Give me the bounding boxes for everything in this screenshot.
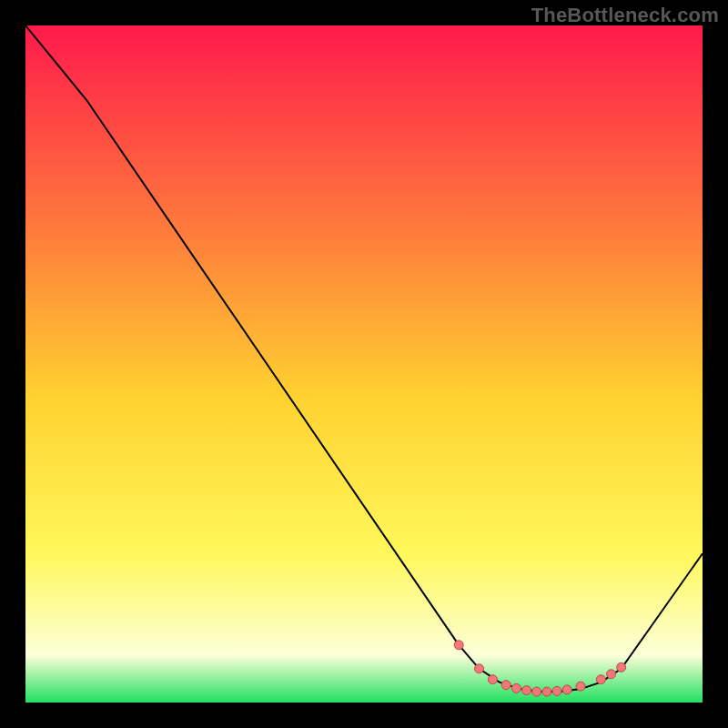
marker-dot [501, 681, 511, 690]
marker-dot [511, 683, 521, 693]
marker-dot [475, 664, 484, 673]
marker-dot [576, 682, 585, 691]
chart-frame: TheBottleneck.com [0, 0, 728, 728]
plot-area [25, 25, 703, 703]
marker-dot [596, 675, 605, 684]
marker-dot [454, 641, 463, 650]
marker-dot [617, 662, 626, 672]
marker-dot [532, 687, 541, 696]
marker-dot [607, 670, 616, 679]
marker-dot [522, 686, 531, 695]
marker-dot [562, 685, 571, 694]
watermark-text: TheBottleneck.com [531, 4, 719, 27]
marker-dot [552, 686, 561, 695]
marker-dot [488, 675, 497, 684]
marker-dot [542, 687, 551, 696]
chart-svg [25, 25, 703, 703]
gradient-background [25, 25, 703, 703]
